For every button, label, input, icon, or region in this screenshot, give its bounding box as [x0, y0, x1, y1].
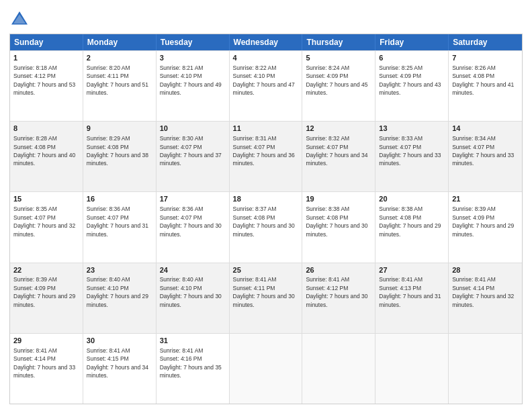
header	[9, 7, 523, 30]
day-number: 30	[87, 336, 152, 346]
sunrise-text: Sunrise: 8:37 AMSunset: 4:08 PMDaylight:…	[233, 205, 295, 237]
sunrise-text: Sunrise: 8:26 AMSunset: 4:08 PMDaylight:…	[452, 64, 514, 96]
sunrise-text: Sunrise: 8:40 AMSunset: 4:10 PMDaylight:…	[87, 276, 148, 308]
cal-day-9: 9Sunrise: 8:29 AMSunset: 4:08 PMDaylight…	[83, 122, 157, 191]
cal-day-2: 2Sunrise: 8:20 AMSunset: 4:11 PMDaylight…	[83, 51, 157, 121]
logo	[9, 9, 32, 30]
cal-day-15: 15Sunrise: 8:35 AMSunset: 4:07 PMDayligh…	[10, 192, 83, 262]
day-number: 15	[13, 194, 79, 204]
day-number: 26	[306, 265, 371, 275]
sunrise-text: Sunrise: 8:25 AMSunset: 4:09 PMDaylight:…	[379, 64, 441, 96]
day-number: 9	[87, 124, 152, 134]
day-number: 8	[13, 124, 79, 134]
logo-icon	[9, 9, 30, 30]
cal-day-25: 25Sunrise: 8:41 AMSunset: 4:11 PMDayligh…	[230, 263, 303, 333]
day-number: 11	[233, 124, 299, 134]
sunrise-text: Sunrise: 8:30 AMSunset: 4:07 PMDaylight:…	[160, 135, 222, 167]
cal-day-7: 7Sunrise: 8:26 AMSunset: 4:08 PMDaylight…	[449, 51, 522, 121]
day-number: 14	[452, 124, 519, 134]
cal-day-22: 22Sunrise: 8:39 AMSunset: 4:09 PMDayligh…	[10, 263, 83, 333]
sunrise-text: Sunrise: 8:21 AMSunset: 4:10 PMDaylight:…	[160, 64, 222, 96]
sunrise-text: Sunrise: 8:41 AMSunset: 4:14 PMDaylight:…	[452, 276, 514, 308]
sunrise-text: Sunrise: 8:33 AMSunset: 4:07 PMDaylight:…	[379, 135, 441, 167]
cal-header-tuesday: Tuesday	[157, 34, 230, 50]
cal-day-6: 6Sunrise: 8:25 AMSunset: 4:09 PMDaylight…	[375, 51, 449, 121]
sunrise-text: Sunrise: 8:35 AMSunset: 4:07 PMDaylight:…	[13, 205, 75, 237]
day-number: 1	[13, 53, 79, 63]
day-number: 4	[233, 53, 299, 63]
calendar-body: 1Sunrise: 8:18 AMSunset: 4:12 PMDaylight…	[10, 50, 522, 404]
day-number: 12	[306, 124, 371, 134]
cal-week-3: 15Sunrise: 8:35 AMSunset: 4:07 PMDayligh…	[10, 191, 522, 262]
cal-day-21: 21Sunrise: 8:39 AMSunset: 4:09 PMDayligh…	[449, 192, 522, 262]
cal-empty	[375, 334, 449, 404]
sunrise-text: Sunrise: 8:41 AMSunset: 4:11 PMDaylight:…	[233, 276, 295, 308]
sunrise-text: Sunrise: 8:24 AMSunset: 4:09 PMDaylight:…	[306, 64, 367, 96]
cal-day-18: 18Sunrise: 8:37 AMSunset: 4:08 PMDayligh…	[230, 192, 303, 262]
cal-day-8: 8Sunrise: 8:28 AMSunset: 4:08 PMDaylight…	[10, 122, 83, 191]
day-number: 21	[452, 194, 519, 204]
day-number: 13	[379, 124, 445, 134]
sunrise-text: Sunrise: 8:36 AMSunset: 4:07 PMDaylight:…	[87, 205, 148, 237]
day-number: 23	[87, 265, 152, 275]
day-number: 2	[87, 53, 152, 63]
sunrise-text: Sunrise: 8:39 AMSunset: 4:09 PMDaylight:…	[13, 276, 75, 308]
cal-header-saturday: Saturday	[449, 34, 522, 50]
sunrise-text: Sunrise: 8:40 AMSunset: 4:10 PMDaylight:…	[160, 276, 222, 308]
sunrise-text: Sunrise: 8:41 AMSunset: 4:15 PMDaylight:…	[87, 347, 148, 379]
sunrise-text: Sunrise: 8:41 AMSunset: 4:14 PMDaylight:…	[13, 347, 75, 379]
cal-week-5: 29Sunrise: 8:41 AMSunset: 4:14 PMDayligh…	[10, 333, 522, 404]
cal-day-29: 29Sunrise: 8:41 AMSunset: 4:14 PMDayligh…	[10, 334, 83, 404]
day-number: 16	[87, 194, 152, 204]
sunrise-text: Sunrise: 8:20 AMSunset: 4:11 PMDaylight:…	[87, 64, 148, 96]
cal-day-14: 14Sunrise: 8:34 AMSunset: 4:07 PMDayligh…	[449, 122, 522, 191]
sunrise-text: Sunrise: 8:39 AMSunset: 4:09 PMDaylight:…	[452, 205, 514, 237]
day-number: 7	[452, 53, 519, 63]
day-number: 31	[160, 336, 226, 346]
day-number: 6	[379, 53, 445, 63]
cal-day-28: 28Sunrise: 8:41 AMSunset: 4:14 PMDayligh…	[449, 263, 522, 333]
cal-empty	[230, 334, 303, 404]
cal-day-24: 24Sunrise: 8:40 AMSunset: 4:10 PMDayligh…	[157, 263, 230, 333]
calendar-header: SundayMondayTuesdayWednesdayThursdayFrid…	[10, 34, 522, 50]
sunrise-text: Sunrise: 8:29 AMSunset: 4:08 PMDaylight:…	[87, 135, 148, 167]
cal-day-19: 19Sunrise: 8:38 AMSunset: 4:08 PMDayligh…	[302, 192, 375, 262]
sunrise-text: Sunrise: 8:22 AMSunset: 4:10 PMDaylight:…	[233, 64, 295, 96]
cal-day-11: 11Sunrise: 8:31 AMSunset: 4:07 PMDayligh…	[230, 122, 303, 191]
cal-day-4: 4Sunrise: 8:22 AMSunset: 4:10 PMDaylight…	[230, 51, 303, 121]
cal-header-sunday: Sunday	[10, 34, 83, 50]
cal-week-2: 8Sunrise: 8:28 AMSunset: 4:08 PMDaylight…	[10, 121, 522, 191]
day-number: 18	[233, 194, 299, 204]
cal-week-4: 22Sunrise: 8:39 AMSunset: 4:09 PMDayligh…	[10, 263, 522, 333]
day-number: 3	[160, 53, 226, 63]
day-number: 19	[306, 194, 371, 204]
sunrise-text: Sunrise: 8:34 AMSunset: 4:07 PMDaylight:…	[452, 135, 514, 167]
cal-day-27: 27Sunrise: 8:41 AMSunset: 4:13 PMDayligh…	[375, 263, 449, 333]
cal-day-13: 13Sunrise: 8:33 AMSunset: 4:07 PMDayligh…	[375, 122, 449, 191]
cal-day-5: 5Sunrise: 8:24 AMSunset: 4:09 PMDaylight…	[302, 51, 375, 121]
cal-day-16: 16Sunrise: 8:36 AMSunset: 4:07 PMDayligh…	[83, 192, 157, 262]
sunrise-text: Sunrise: 8:18 AMSunset: 4:12 PMDaylight:…	[13, 64, 75, 96]
day-number: 27	[379, 265, 445, 275]
cal-week-1: 1Sunrise: 8:18 AMSunset: 4:12 PMDaylight…	[10, 50, 522, 121]
sunrise-text: Sunrise: 8:31 AMSunset: 4:07 PMDaylight:…	[233, 135, 295, 167]
cal-day-12: 12Sunrise: 8:32 AMSunset: 4:07 PMDayligh…	[302, 122, 375, 191]
sunrise-text: Sunrise: 8:36 AMSunset: 4:07 PMDaylight:…	[160, 205, 222, 237]
cal-day-20: 20Sunrise: 8:38 AMSunset: 4:08 PMDayligh…	[375, 192, 449, 262]
sunrise-text: Sunrise: 8:32 AMSunset: 4:07 PMDaylight:…	[306, 135, 367, 167]
cal-header-monday: Monday	[83, 34, 157, 50]
day-number: 29	[13, 336, 79, 346]
cal-day-10: 10Sunrise: 8:30 AMSunset: 4:07 PMDayligh…	[157, 122, 230, 191]
cal-day-23: 23Sunrise: 8:40 AMSunset: 4:10 PMDayligh…	[83, 263, 157, 333]
cal-day-1: 1Sunrise: 8:18 AMSunset: 4:12 PMDaylight…	[10, 51, 83, 121]
cal-header-thursday: Thursday	[302, 34, 375, 50]
cal-day-30: 30Sunrise: 8:41 AMSunset: 4:15 PMDayligh…	[83, 334, 157, 404]
day-number: 20	[379, 194, 445, 204]
calendar: SundayMondayTuesdayWednesdayThursdayFrid…	[9, 34, 523, 404]
sunrise-text: Sunrise: 8:41 AMSunset: 4:13 PMDaylight:…	[379, 276, 441, 308]
day-number: 25	[233, 265, 299, 275]
cal-day-17: 17Sunrise: 8:36 AMSunset: 4:07 PMDayligh…	[157, 192, 230, 262]
cal-header-wednesday: Wednesday	[230, 34, 303, 50]
cal-empty	[449, 334, 522, 404]
sunrise-text: Sunrise: 8:28 AMSunset: 4:08 PMDaylight:…	[13, 135, 75, 167]
